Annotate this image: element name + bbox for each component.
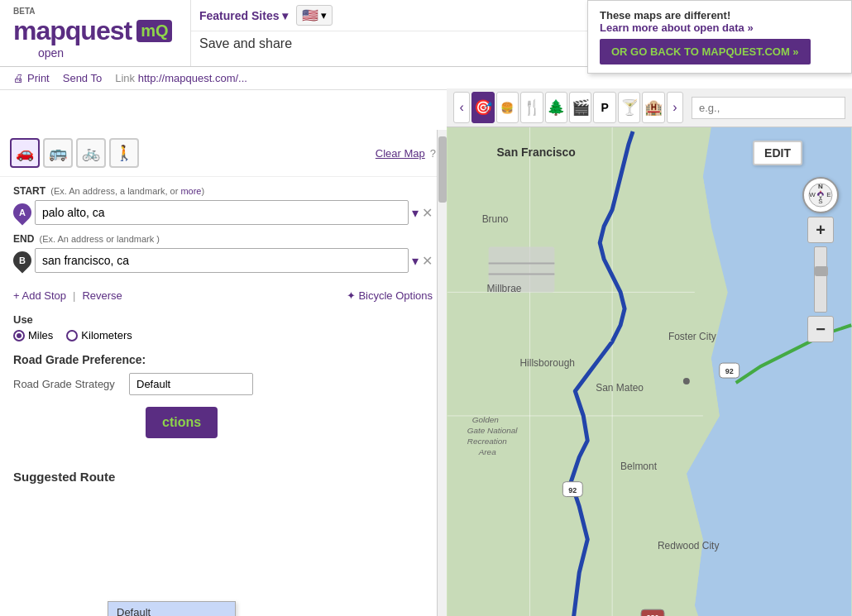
miles-option[interactable]: Miles — [13, 329, 53, 341]
poi-icon-food[interactable]: 🍔 — [496, 92, 519, 123]
poi-search-input[interactable] — [692, 97, 845, 119]
start-label: START (Ex. An address, a landmark, or mo… — [13, 185, 433, 197]
svg-text:Belmont: Belmont — [620, 461, 658, 472]
send-to-button[interactable]: Send To — [63, 72, 102, 84]
km-radio[interactable] — [66, 330, 78, 341]
map-area[interactable]: ‹ 🎯 🍔 🍴 🌲 🎬 P 🍸 🏨 › — [447, 88, 852, 616]
miles-radio[interactable] — [13, 330, 25, 341]
svg-text:W: W — [809, 191, 816, 198]
poi-icon-target[interactable]: 🎯 — [471, 92, 494, 123]
help-icon[interactable]: ? — [430, 147, 436, 160]
get-directions-area: ctions — [0, 407, 446, 461]
add-stop-button[interactable]: + Add Stop — [13, 289, 66, 302]
left-scroll[interactable] — [437, 130, 447, 616]
dropdown-menu: Default Avoid up hill Avoid down hill Av… — [108, 601, 236, 616]
compass[interactable]: N S W E — [802, 177, 839, 213]
road-grade-select[interactable]: Default Avoid up hill Avoid down hill Av… — [129, 373, 253, 395]
start-input[interactable] — [35, 200, 409, 225]
zoom-thumb — [815, 266, 828, 276]
svg-text:Gate National: Gate National — [467, 426, 519, 435]
svg-text:Golden: Golden — [472, 415, 500, 424]
end-clear-icon[interactable]: ✕ — [422, 253, 433, 269]
poi-icon-park[interactable]: 🌲 — [545, 92, 567, 123]
road-grade-row: Road Grade Strategy Default Avoid up hil… — [13, 373, 433, 395]
svg-text:Millbrae: Millbrae — [487, 283, 522, 294]
featured-sites-arrow-icon: ▾ — [282, 9, 288, 22]
kilometers-option[interactable]: Kilometers — [66, 329, 132, 341]
poi-icon-parking[interactable]: P — [593, 92, 615, 123]
get-directions-button[interactable]: ctions — [146, 407, 218, 438]
print-icon: 🖨 — [13, 72, 24, 84]
flag-button[interactable]: 🇺🇸 ▾ — [296, 5, 333, 26]
bicycle-options-button[interactable]: ✦ Bicycle Options — [347, 289, 433, 302]
poi-nav-left-button[interactable]: ‹ — [453, 92, 470, 123]
print-button[interactable]: 🖨 Print — [13, 72, 50, 84]
svg-text:Recreation: Recreation — [467, 437, 508, 446]
transport-walk-button[interactable]: 🚶 — [109, 138, 139, 168]
start-clear-icon[interactable]: ✕ — [422, 205, 433, 221]
route-options: + Add Stop | Reverse ✦ Bicycle Options U… — [0, 289, 446, 395]
svg-text:Redwood City: Redwood City — [658, 540, 719, 552]
road-grade-title: Road Grade Preference: — [13, 353, 433, 366]
road-grade-section: Road Grade Preference: Road Grade Strate… — [13, 353, 433, 395]
start-hint: (Ex. An address, a landmark, or more) — [50, 186, 204, 196]
left-panel: 🚗 🚌 🚲 🚶 Clear Map ? START (Ex. An addres… — [0, 130, 447, 616]
svg-text:N: N — [818, 183, 823, 190]
logo-mq: mQ — [136, 20, 172, 42]
save-share-text: Save and share — [199, 36, 292, 51]
miles-label: Miles — [28, 329, 53, 341]
svg-text:92: 92 — [725, 367, 734, 375]
transport-car-button[interactable]: 🚗 — [10, 138, 40, 168]
link-area: Link http://mapquest.com/... — [115, 72, 247, 84]
zoom-slider[interactable] — [814, 246, 827, 313]
tooltip-link[interactable]: Learn more about open data » — [600, 21, 840, 34]
poi-icon-restaurant[interactable]: 🍴 — [520, 92, 543, 123]
end-input[interactable] — [35, 248, 409, 273]
mapquest-back-button[interactable]: OR GO BACK TO MAPQUEST.COM » — [600, 39, 811, 64]
svg-point-36 — [819, 193, 822, 197]
poi-bar: ‹ 🎯 🍔 🍴 🌲 🎬 P 🍸 🏨 › — [447, 88, 852, 127]
link-url[interactable]: http://mapquest.com/... — [138, 72, 247, 84]
dropdown-item-default[interactable]: Default — [108, 602, 235, 616]
featured-sites-button[interactable]: Featured Sites ▾ — [199, 9, 288, 22]
start-dropdown-arrow-icon[interactable]: ▾ — [412, 205, 419, 221]
marker-b: B — [9, 247, 35, 273]
zoom-in-button[interactable]: + — [807, 217, 834, 243]
end-dropdown-arrow-icon[interactable]: ▾ — [412, 253, 419, 269]
poi-icon-bar[interactable]: 🍸 — [618, 92, 640, 123]
transport-bike-button[interactable]: 🚲 — [76, 138, 106, 168]
svg-text:Hillsborough: Hillsborough — [519, 357, 574, 369]
use-label: Use — [13, 313, 433, 326]
reverse-button[interactable]: Reverse — [82, 289, 122, 302]
svg-text:Bruno: Bruno — [482, 213, 509, 225]
start-label-text: START — [13, 185, 45, 197]
end-label: END (Ex. An address or landmark ) — [13, 233, 433, 245]
nav-top: Featured Sites ▾ 🇺🇸 ▾ These maps are dif… — [191, 0, 852, 31]
poi-icon-hotel[interactable]: 🏨 — [642, 92, 664, 123]
zoom-out-button[interactable]: − — [807, 316, 834, 342]
scroll-thumb — [438, 136, 447, 203]
svg-text:92: 92 — [568, 486, 577, 494]
featured-sites-label: Featured Sites — [199, 9, 279, 22]
flag-icon: 🇺🇸 — [302, 7, 318, 23]
separator: | — [73, 289, 75, 302]
road-grade-label: Road Grade Strategy — [13, 378, 121, 390]
end-hint: (Ex. An address or landmark ) — [39, 234, 160, 244]
map-background[interactable]: 92 280 92 San Francisco Bruno Millbrae H… — [447, 127, 852, 616]
edit-button[interactable]: EDIT — [753, 141, 802, 165]
print-label: Print — [27, 72, 50, 84]
map-controls: N S W E + − — [802, 177, 839, 342]
svg-point-28 — [683, 378, 690, 384]
marker-a: A — [9, 199, 35, 225]
transport-bus-button[interactable]: 🚌 — [43, 138, 73, 168]
clear-map-button[interactable]: Clear Map — [376, 147, 425, 160]
poi-nav-right-button[interactable]: › — [667, 92, 683, 123]
poi-icon-cinema[interactable]: 🎬 — [569, 92, 591, 123]
use-section: Use Miles Kilometers — [13, 313, 433, 341]
svg-text:Area: Area — [478, 447, 496, 456]
suggested-route-title: Suggested Route — [13, 470, 433, 484]
logo-main: mapquest mQ — [13, 16, 177, 46]
tooltip-box: These maps are different! Learn more abo… — [587, 0, 852, 74]
start-more-link[interactable]: more — [180, 186, 201, 196]
logo-open: open — [38, 46, 177, 60]
